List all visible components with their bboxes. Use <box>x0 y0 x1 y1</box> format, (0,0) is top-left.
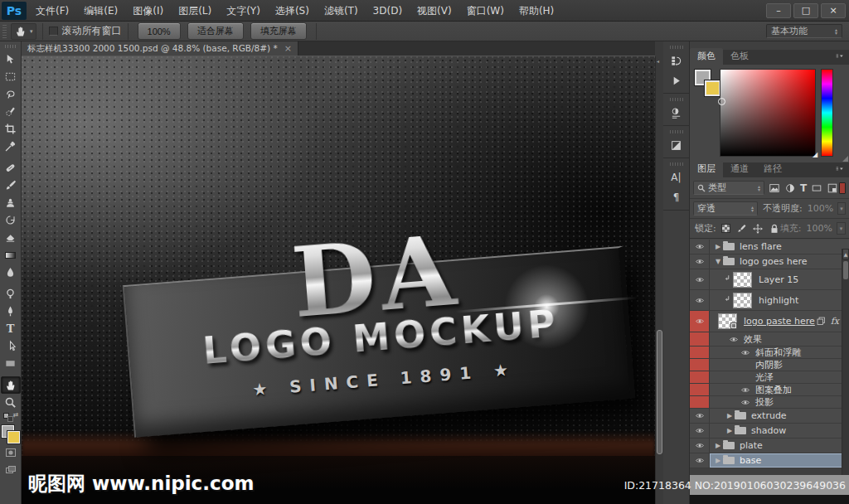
lasso-tool[interactable] <box>1 85 21 103</box>
layer-row-body[interactable]: ▶plate <box>710 439 849 453</box>
expand-triangle-icon[interactable]: ▶ <box>725 427 735 434</box>
layer-row-body[interactable]: 内阴影 <box>710 359 849 371</box>
layers-panel-menu-icon[interactable] <box>833 166 847 174</box>
hue-slider[interactable] <box>821 69 833 157</box>
minimize-button[interactable]: – <box>766 3 791 18</box>
path-selection-tool[interactable] <box>1 337 21 355</box>
lock-all-icon[interactable] <box>769 223 780 235</box>
history-brush-tool[interactable] <box>1 211 21 229</box>
visibility-toggle[interactable] <box>690 453 710 468</box>
panel-resize-grip[interactable] <box>842 156 848 162</box>
layer-row-highlight[interactable]: highlight <box>690 290 849 311</box>
layer-row-光泽[interactable]: 光泽 <box>690 371 849 384</box>
layer-row-内阴影[interactable]: 内阴影 <box>690 359 849 371</box>
layer-row-body[interactable]: 投影 <box>710 396 849 408</box>
panel-color-swatches[interactable] <box>695 70 723 101</box>
button-适合屏幕[interactable]: 适合屏幕 <box>187 22 244 40</box>
layer-row-body[interactable]: 光泽 <box>710 371 849 383</box>
collapse-triangle-icon[interactable]: ▼ <box>713 258 723 265</box>
pen-tool[interactable] <box>1 303 21 320</box>
layers-scrollbar-thumb[interactable] <box>843 261 848 279</box>
quick-selection-tool[interactable] <box>1 103 21 120</box>
menu-帮助-h-[interactable]: 帮助(H) <box>512 0 561 22</box>
filter-type-layer-icon[interactable]: T <box>800 182 807 194</box>
visibility-toggle[interactable] <box>690 269 710 289</box>
eraser-tool[interactable] <box>1 229 21 246</box>
type-tool[interactable]: T <box>1 320 21 337</box>
menu-图层-l-[interactable]: 图层(L) <box>171 0 219 22</box>
menu-3d-d-[interactable]: 3D(D) <box>366 0 410 22</box>
menu-视图-v-[interactable]: 视图(V) <box>410 0 459 22</box>
expand-triangle-icon[interactable]: ▶ <box>713 243 723 250</box>
filter-pixel-layer-icon[interactable] <box>769 182 780 194</box>
button-填充屏幕[interactable]: 填充屏幕 <box>250 22 307 40</box>
layers-scrollbar[interactable]: ▲ <box>842 249 849 491</box>
layer-row-body[interactable]: ▶lens flare <box>710 240 849 254</box>
eye-icon[interactable] <box>728 335 740 344</box>
background-color-swatch[interactable] <box>7 431 20 443</box>
scroll-up-icon[interactable]: ▲ <box>842 249 849 259</box>
eye-icon[interactable] <box>740 398 751 407</box>
layer-row-body[interactable]: highlight <box>710 290 849 310</box>
eye-icon[interactable] <box>740 348 751 357</box>
quick-mask-button[interactable] <box>1 445 21 463</box>
layer-row-base[interactable]: ▶base <box>690 453 849 468</box>
layer-row-lens-flare[interactable]: ▶lens flare <box>690 240 849 254</box>
canvas[interactable]: DA LOGO MOCKUP ★ SINCE 1891 ★ 昵图网 www.ni… <box>22 56 655 504</box>
maximize-button[interactable]: □ <box>793 3 818 18</box>
rectangle-tool[interactable] <box>1 355 21 372</box>
blend-mode-dropdown[interactable]: 穿透 ▴▾ <box>693 201 758 216</box>
layer-row-plate[interactable]: ▶plate <box>690 439 849 453</box>
eye-icon[interactable] <box>740 385 751 395</box>
layer-row-body[interactable]: ▶extrude <box>710 409 849 423</box>
canvas-scrollbar[interactable]: ◂ <box>655 56 663 504</box>
rectangular-marquee-tool[interactable] <box>1 68 21 85</box>
layer-row-body[interactable]: ▼logo goes here <box>710 254 849 269</box>
layer-thumbnail[interactable] <box>733 293 752 308</box>
workspace-switcher[interactable]: 基本功能 ▴▾ <box>766 24 842 38</box>
filter-kind-dropdown[interactable]: 类型 ▴▾ <box>693 181 764 195</box>
gradient-tool[interactable] <box>1 246 21 264</box>
paragraph-panel-button[interactable]: ¶ <box>665 187 688 207</box>
menu-文件-f-[interactable]: 文件(F) <box>28 0 76 22</box>
visibility-toggle[interactable] <box>690 240 710 254</box>
layer-row-body[interactable]: ▶base <box>710 453 849 468</box>
layer-thumbnail[interactable] <box>718 313 737 329</box>
document-tab[interactable]: 标志样机33300 2000 1500.psd @ 48.8% (base, R… <box>22 41 298 56</box>
eyedropper-tool[interactable] <box>1 138 21 155</box>
color-tab-颜色[interactable]: 颜色 <box>690 48 723 65</box>
expand-triangle-icon[interactable]: ▶ <box>713 442 723 449</box>
swap-colors-icon[interactable]: ⇄ <box>2 413 19 423</box>
expand-triangle-icon[interactable]: ▶ <box>725 412 735 419</box>
layer-row-body[interactable]: 效果 <box>710 332 849 346</box>
zoom-tool[interactable] <box>1 394 21 411</box>
move-tool[interactable] <box>1 51 21 68</box>
visibility-toggle[interactable] <box>690 290 710 310</box>
menu-图像-i-[interactable]: 图像(I) <box>125 0 171 22</box>
layer-row-body[interactable]: Layer 15 <box>710 269 849 289</box>
fill-dropdown-arrow[interactable]: ▾ <box>837 222 846 235</box>
menu-选择-s-[interactable]: 选择(S) <box>268 0 317 22</box>
lock-position-icon[interactable] <box>752 223 764 235</box>
layer-row-body[interactable]: 图案叠加 <box>710 384 849 395</box>
color-panel-menu-icon[interactable] <box>833 53 847 61</box>
lock-pixels-icon[interactable] <box>735 223 747 235</box>
menu-编辑-e-[interactable]: 编辑(E) <box>76 0 125 22</box>
scroll-all-windows-checkbox[interactable] <box>49 27 58 36</box>
layers-tab-通道[interactable]: 通道 <box>723 161 756 177</box>
tool-preset-picker[interactable]: ▾ <box>11 23 36 40</box>
visibility-toggle[interactable] <box>690 359 710 371</box>
visibility-toggle[interactable] <box>690 396 710 408</box>
visibility-toggle[interactable] <box>690 311 710 332</box>
opacity-value[interactable]: 100% <box>805 202 836 215</box>
scroll-up-icon[interactable]: ◂ <box>657 58 659 64</box>
saturation-brightness-field[interactable] <box>720 69 816 157</box>
layer-row-logo-goes-here[interactable]: ▼logo goes here <box>690 254 849 269</box>
filter-shape-layer-icon[interactable] <box>811 182 822 194</box>
styles-panel-button[interactable] <box>665 135 688 155</box>
brush-tool[interactable] <box>1 177 21 194</box>
dodge-tool[interactable] <box>1 285 21 303</box>
menu-窗口-w-[interactable]: 窗口(W) <box>459 0 512 22</box>
filter-adjustment-layer-icon[interactable] <box>784 182 796 194</box>
layer-row-logo-paste-here[interactable]: logo paste herefx <box>690 311 849 332</box>
